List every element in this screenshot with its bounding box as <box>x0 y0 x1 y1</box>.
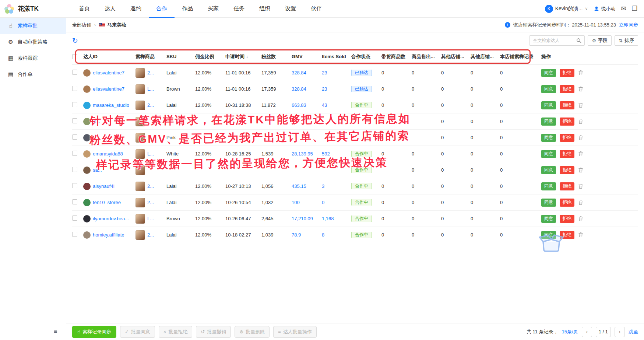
creator-id-link[interactable]: masareka_studio <box>93 102 129 108</box>
jump-to-page[interactable]: 跳至 <box>629 329 638 335</box>
gmv-link[interactable]: 17,210.09 <box>292 216 313 221</box>
gmv-link[interactable]: 328.84 <box>292 70 306 76</box>
creator-id-link[interactable]: cl... <box>93 119 100 124</box>
column-header[interactable]: 达人ID <box>83 53 136 60</box>
column-header[interactable]: 佣金比例 <box>195 53 225 60</box>
apps-icon[interactable]: ❐ <box>632 5 637 13</box>
approve-button[interactable]: 同意 <box>541 69 556 77</box>
sort-button[interactable]: ⇅ 排序 <box>615 35 638 46</box>
approve-button[interactable]: 同意 <box>541 134 556 142</box>
row-checkbox[interactable] <box>72 167 77 172</box>
column-header[interactable]: Items Sold <box>322 54 351 59</box>
product-link[interactable]: 2... <box>147 70 154 76</box>
delete-icon[interactable] <box>578 135 583 140</box>
row-checkbox[interactable] <box>72 102 77 107</box>
approve-button[interactable]: 同意 <box>541 231 556 239</box>
column-header[interactable]: 带货商品数 <box>381 53 412 60</box>
sidebar-item[interactable]: ☝ 索样审批 <box>0 18 66 34</box>
sidebar-item[interactable]: ▤ 合作单 <box>0 66 66 83</box>
delete-icon[interactable] <box>578 70 583 76</box>
items-sold-link[interactable]: 0 <box>322 200 324 205</box>
row-checkbox[interactable] <box>72 86 77 91</box>
column-header[interactable]: 商品售出... <box>412 53 441 60</box>
approve-button[interactable]: 同意 <box>541 199 556 207</box>
sort-desc-icon[interactable]: ↓ <box>246 54 248 59</box>
creator-id-link[interactable]: ilyamordov.bea... <box>93 216 129 221</box>
delete-icon[interactable] <box>578 119 583 124</box>
page-size-select[interactable]: 15条/页 <box>562 329 578 335</box>
gmv-link[interactable]: 328.84 <box>292 86 306 92</box>
product-link[interactable]: 2... <box>147 102 154 108</box>
search-button[interactable] <box>573 35 585 46</box>
items-sold-link[interactable]: 592 <box>322 151 330 157</box>
nav-item[interactable]: 任务 <box>226 0 252 18</box>
product-link[interactable]: 2... <box>147 200 154 205</box>
column-header[interactable]: 申请时间↓ <box>225 53 261 60</box>
gmv-link[interactable]: 663.83 <box>292 102 306 108</box>
gmv-link[interactable]: 100 <box>292 200 300 205</box>
items-sold-link[interactable]: 1,168 <box>322 216 334 221</box>
column-header[interactable]: 其他店铺... <box>441 53 471 60</box>
product-link[interactable]: 2... <box>147 183 154 189</box>
gmv-link[interactable]: 78.9 <box>292 232 301 238</box>
approve-button[interactable]: 同意 <box>541 215 556 223</box>
creator-id-link[interactable]: emarasyida88 <box>93 151 123 157</box>
sync-records-button[interactable]: ☝ 索样记录同步 <box>72 326 116 338</box>
delete-icon[interactable] <box>578 200 583 205</box>
row-checkbox[interactable] <box>72 215 77 221</box>
assistant-entry[interactable]: 悦小动 <box>594 6 616 12</box>
breadcrumb-all-shops[interactable]: 全部店铺 <box>72 22 91 28</box>
account-menu[interactable]: K Kevin的演... ∨ <box>545 5 588 13</box>
logo[interactable]: 花漾TK <box>0 3 66 14</box>
product-link[interactable]: 2... <box>147 232 154 238</box>
delete-icon[interactable] <box>578 183 583 189</box>
column-header[interactable]: 索样商品 <box>136 53 166 60</box>
nav-item[interactable]: 作品 <box>175 0 200 18</box>
fields-button[interactable]: ⚙ 字段 <box>588 35 612 46</box>
column-header[interactable]: 操作 <box>541 53 638 60</box>
row-checkbox[interactable] <box>72 151 77 156</box>
creator-id-link[interactable]: h... <box>93 135 99 140</box>
nav-item[interactable]: 达人 <box>97 0 123 18</box>
reject-button[interactable]: 拒绝 <box>560 118 574 126</box>
column-header[interactable]: 粉丝数 <box>261 53 292 60</box>
approve-button[interactable]: 同意 <box>541 166 556 174</box>
batch-button-2[interactable]: ↺ 批量撤销 <box>196 326 231 338</box>
delete-icon[interactable] <box>578 102 583 108</box>
reject-button[interactable]: 拒绝 <box>560 101 574 109</box>
reject-button[interactable]: 拒绝 <box>560 215 574 223</box>
delete-icon[interactable] <box>578 151 583 157</box>
reject-button[interactable]: 拒绝 <box>560 134 574 142</box>
refresh-icon[interactable]: ↻ <box>72 37 78 44</box>
items-sold-link[interactable]: 8 <box>322 232 324 238</box>
row-checkbox[interactable] <box>72 70 77 75</box>
batch-button-1[interactable]: × 批量拒绝 <box>159 326 193 338</box>
delete-icon[interactable] <box>578 167 583 173</box>
batch-button-4[interactable]: ≡ 达人批量操作 <box>273 326 317 338</box>
approve-button[interactable]: 同意 <box>541 101 556 109</box>
column-header[interactable]: 合作状态 <box>351 53 381 60</box>
product-link[interactable]: L... <box>147 86 154 92</box>
reject-button[interactable]: 拒绝 <box>560 166 574 174</box>
creator-id-link[interactable]: aisynauf4l <box>93 183 115 189</box>
items-sold-link[interactable]: 3 <box>322 183 324 189</box>
batch-button-0[interactable]: ✓ 批量同意 <box>120 326 155 338</box>
sync-now-link[interactable]: 立即同步 <box>619 22 638 28</box>
row-checkbox[interactable] <box>72 134 77 140</box>
delete-icon[interactable] <box>578 232 583 238</box>
sidebar-item[interactable]: ⚙ 自动审批策略 <box>0 34 66 50</box>
column-header[interactable]: 其他店铺... <box>471 53 500 60</box>
product-link[interactable]: L... <box>147 151 154 157</box>
collapse-sidebar-icon[interactable]: ≡ <box>54 328 57 335</box>
nav-item[interactable]: 买家 <box>200 0 226 18</box>
approve-button[interactable]: 同意 <box>541 182 556 190</box>
creator-id-link[interactable]: ten10_storee <box>93 200 121 205</box>
reject-button[interactable]: 拒绝 <box>560 85 574 93</box>
gmv-link[interactable]: 435.15 <box>292 183 306 189</box>
breadcrumb-current-shop[interactable]: 马来美妆 <box>99 22 126 28</box>
reject-button[interactable]: 拒绝 <box>560 150 574 158</box>
product-link[interactable]: L... <box>147 216 154 221</box>
column-header[interactable]: SKU <box>166 54 195 59</box>
column-header[interactable]: GMV <box>292 54 322 59</box>
row-checkbox[interactable] <box>72 118 77 123</box>
